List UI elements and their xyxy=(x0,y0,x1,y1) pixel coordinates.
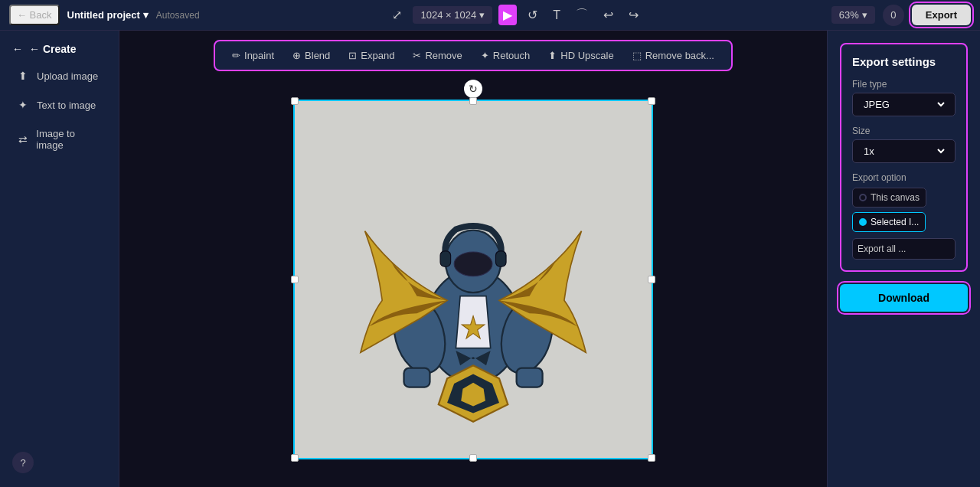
sidebar-item-text-to-image[interactable]: ✦ Text to image xyxy=(5,91,114,119)
zoom-button[interactable]: 63% ▾ xyxy=(831,6,875,24)
expand-label: Expand xyxy=(361,50,394,61)
handle-mid-right[interactable] xyxy=(648,276,655,283)
export-option-label: Export option xyxy=(852,172,956,183)
size-select[interactable]: 0.5x 1x 2x 4x xyxy=(852,139,956,163)
handle-top-left[interactable] xyxy=(291,97,299,105)
image-to-image-label: Image to image xyxy=(36,128,102,151)
export-option-field: Export option This canvas Selected I... … xyxy=(852,172,956,260)
retouch-label: Retouch xyxy=(493,50,530,61)
handle-top-right[interactable] xyxy=(648,97,655,105)
handle-bottom-mid[interactable] xyxy=(469,454,477,462)
topbar-right: 63% ▾ 0 Export xyxy=(831,5,971,26)
canvas-toolbar: ✏ Inpaint ⊕ Blend ⊡ Expand ✂ Remove ✦ Re… xyxy=(214,40,733,71)
retouch-icon: ✦ xyxy=(481,50,489,61)
blend-button[interactable]: ⊕ Blend xyxy=(285,46,338,65)
fit-icon[interactable]: ⤢ xyxy=(387,5,407,25)
sidebar: ← ← Create ⬆ Upload image ✦ Text to imag… xyxy=(0,31,119,487)
remove-icon: ✂ xyxy=(413,50,421,61)
text-icon[interactable]: T xyxy=(548,5,565,25)
handle-mid-left[interactable] xyxy=(291,276,299,283)
blend-label: Blend xyxy=(305,50,330,61)
upload-image-label: Upload image xyxy=(37,70,98,82)
topbar-center: ⤢ 1024 × 1024 ▾ ▶ ↺ T ⌒ ↩ ↪ xyxy=(209,4,822,26)
sidebar-create[interactable]: ← ← Create xyxy=(0,37,119,61)
export-settings-title: Export settings xyxy=(852,55,956,68)
canvas-frame[interactable]: ↻ xyxy=(293,100,653,459)
remove-label: Remove xyxy=(425,50,462,61)
export-button[interactable]: Export xyxy=(912,5,971,25)
this-canvas-radio-dot xyxy=(859,194,867,201)
rotate-icon[interactable]: ↺ xyxy=(523,5,542,25)
svg-rect-12 xyxy=(403,368,430,387)
sidebar-bottom: ? xyxy=(0,444,119,481)
size-select-input[interactable]: 0.5x 1x 2x 4x xyxy=(861,145,947,158)
export-panel: Export settings File type JPEG PNG WebP … xyxy=(827,31,980,487)
help-button[interactable]: ? xyxy=(12,452,34,473)
download-button[interactable]: Download xyxy=(840,284,968,312)
main-area: ← ← Create ⬆ Upload image ✦ Text to imag… xyxy=(0,31,980,487)
topbar: ← Back Untitled project ▾ Autosaved ⤢ 10… xyxy=(0,0,980,31)
svg-rect-13 xyxy=(517,368,543,387)
remove-background-icon: ⬚ xyxy=(632,50,642,61)
remove-button[interactable]: ✂ Remove xyxy=(405,46,469,65)
notif-count: 0 xyxy=(890,9,896,21)
upload-image-icon: ⬆ xyxy=(17,70,29,82)
upscale-button[interactable]: ⬆ HD Upscale xyxy=(541,46,621,65)
hero-image xyxy=(322,127,625,430)
expand-icon: ⊡ xyxy=(348,50,357,61)
zoom-caret: ▾ xyxy=(862,9,867,21)
handle-top-mid[interactable] xyxy=(469,97,477,105)
canvas-wrapper: ↻ xyxy=(119,71,827,487)
project-name[interactable]: Untitled project ▾ xyxy=(67,9,149,21)
remove-background-label: Remove back... xyxy=(645,50,714,61)
project-name-caret: ▾ xyxy=(143,9,149,21)
selected-button[interactable]: Selected I... xyxy=(852,212,926,232)
text-to-image-label: Text to image xyxy=(37,100,96,111)
canvas-size-button[interactable]: 1024 × 1024 ▾ xyxy=(413,6,492,24)
canvas-size-text: 1024 × 1024 xyxy=(420,9,476,21)
file-type-select-input[interactable]: JPEG PNG WebP SVG xyxy=(861,98,947,111)
svg-rect-8 xyxy=(495,251,506,266)
undo-icon[interactable]: ↩ xyxy=(599,5,618,25)
upscale-icon: ⬆ xyxy=(548,50,557,61)
pen-icon[interactable]: ⌒ xyxy=(571,4,593,26)
notifications-button[interactable]: 0 xyxy=(883,5,904,26)
export-option-radio-group: This canvas Selected I... xyxy=(852,188,956,232)
project-name-text: Untitled project xyxy=(67,9,140,21)
image-to-image-icon: ⇄ xyxy=(17,133,28,145)
inpaint-button[interactable]: ✏ Inpaint xyxy=(224,46,282,65)
zoom-text: 63% xyxy=(839,9,859,21)
file-type-field: File type JPEG PNG WebP SVG xyxy=(852,79,956,116)
canvas-size-caret: ▾ xyxy=(479,9,485,21)
this-canvas-label: This canvas xyxy=(871,192,920,203)
this-canvas-button[interactable]: This canvas xyxy=(852,188,926,208)
upscale-label: HD Upscale xyxy=(560,50,613,61)
svg-rect-7 xyxy=(440,251,451,266)
export-panel-inner: Export settings File type JPEG PNG WebP … xyxy=(840,43,968,272)
sidebar-item-upload-image[interactable]: ⬆ Upload image xyxy=(5,62,114,90)
inpaint-label: Inpaint xyxy=(244,50,274,61)
file-type-label: File type xyxy=(852,79,956,90)
expand-button[interactable]: ⊡ Expand xyxy=(341,46,402,65)
retouch-button[interactable]: ✦ Retouch xyxy=(473,46,537,65)
file-type-select[interactable]: JPEG PNG WebP SVG xyxy=(852,93,956,116)
size-field: Size 0.5x 1x 2x 4x xyxy=(852,126,956,163)
sidebar-item-image-to-image[interactable]: ⇄ Image to image xyxy=(5,120,114,159)
refresh-button[interactable]: ↻ xyxy=(464,80,482,98)
size-label: Size xyxy=(852,126,956,136)
play-icon[interactable]: ▶ xyxy=(498,5,517,25)
handle-bottom-left[interactable] xyxy=(291,454,299,462)
handle-bottom-right[interactable] xyxy=(648,454,655,462)
text-to-image-icon: ✦ xyxy=(17,99,29,111)
canvas-area: ✏ Inpaint ⊕ Blend ⊡ Expand ✂ Remove ✦ Re… xyxy=(119,31,827,487)
create-label: ← Create xyxy=(29,43,76,55)
selected-label: Selected I... xyxy=(871,217,919,227)
remove-background-button[interactable]: ⬚ Remove back... xyxy=(625,46,722,65)
inpaint-icon: ✏ xyxy=(232,50,240,61)
create-icon: ← xyxy=(12,43,23,55)
export-all-button[interactable]: Export all ... xyxy=(852,238,956,260)
svg-point-6 xyxy=(454,252,492,276)
back-button[interactable]: ← Back xyxy=(9,5,60,25)
redo-icon[interactable]: ↪ xyxy=(624,5,643,25)
autosaved-status: Autosaved xyxy=(156,10,200,21)
